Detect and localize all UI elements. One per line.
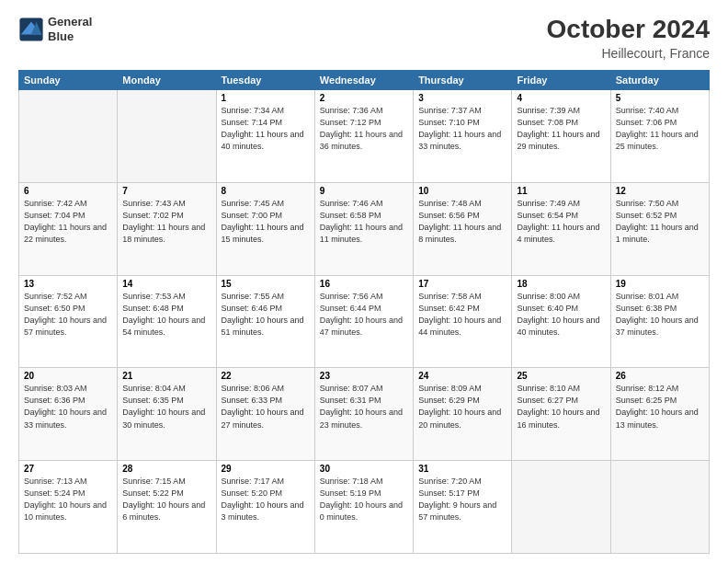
header-monday: Monday [118,71,216,90]
day-number: 25 [517,371,605,381]
day-cell: 5Sunrise: 7:40 AMSunset: 7:06 PMDaylight… [610,90,709,183]
week-row-3: 13Sunrise: 7:52 AMSunset: 6:50 PMDayligh… [19,275,710,368]
day-cell [512,461,610,554]
logo-text: General Blue [48,15,92,43]
day-cell: 6Sunrise: 7:42 AMSunset: 7:04 PMDaylight… [19,182,118,275]
day-number: 15 [222,279,310,289]
day-cell: 18Sunrise: 8:00 AMSunset: 6:40 PMDayligh… [512,275,610,368]
logo: General Blue [18,15,92,43]
day-info: Sunrise: 8:10 AMSunset: 6:27 PMDaylight:… [517,383,605,431]
day-number: 14 [122,279,210,289]
day-info: Sunrise: 7:20 AMSunset: 5:17 PMDaylight:… [418,476,506,523]
day-info: Sunrise: 7:50 AMSunset: 6:52 PMDaylight:… [616,198,704,246]
day-cell: 9Sunrise: 7:46 AMSunset: 6:58 PMDaylight… [314,182,413,275]
day-number: 11 [517,186,605,196]
day-number: 10 [418,186,506,196]
header-wednesday: Wednesday [314,71,413,90]
header-tuesday: Tuesday [216,71,314,90]
header-friday: Friday [512,71,610,90]
day-cell [19,90,118,183]
day-info: Sunrise: 8:12 AMSunset: 6:25 PMDaylight:… [616,383,704,431]
day-info: Sunrise: 8:04 AMSunset: 6:35 PMDaylight:… [122,383,210,431]
day-cell: 1Sunrise: 7:34 AMSunset: 7:14 PMDaylight… [216,90,314,183]
day-info: Sunrise: 7:53 AMSunset: 6:48 PMDaylight:… [122,291,210,339]
day-number: 20 [24,371,112,381]
title-area: October 2024 Heillecourt, France [547,15,710,61]
day-cell: 23Sunrise: 8:07 AMSunset: 6:31 PMDayligh… [314,368,413,461]
day-number: 30 [320,464,408,474]
logo-icon [18,17,44,42]
day-number: 9 [320,186,408,196]
logo-line1: General [48,15,92,29]
day-number: 13 [24,279,112,289]
day-cell: 24Sunrise: 8:09 AMSunset: 6:29 PMDayligh… [414,368,512,461]
day-cell: 13Sunrise: 7:52 AMSunset: 6:50 PMDayligh… [19,275,118,368]
day-info: Sunrise: 7:49 AMSunset: 6:54 PMDaylight:… [517,198,605,246]
day-info: Sunrise: 7:43 AMSunset: 7:02 PMDaylight:… [122,198,210,246]
page: General Blue October 2024 Heillecourt, F… [0,0,728,563]
day-info: Sunrise: 7:45 AMSunset: 7:00 PMDaylight:… [222,198,310,246]
day-cell: 31Sunrise: 7:20 AMSunset: 5:17 PMDayligh… [414,461,512,554]
day-info: Sunrise: 7:48 AMSunset: 6:56 PMDaylight:… [418,198,506,246]
day-info: Sunrise: 7:55 AMSunset: 6:46 PMDaylight:… [222,291,310,339]
day-info: Sunrise: 8:07 AMSunset: 6:31 PMDaylight:… [320,383,408,431]
day-number: 5 [616,93,704,103]
calendar-header-row: SundayMondayTuesdayWednesdayThursdayFrid… [19,71,710,90]
day-number: 24 [418,371,506,381]
calendar-table: SundayMondayTuesdayWednesdayThursdayFrid… [18,70,710,554]
day-cell: 4Sunrise: 7:39 AMSunset: 7:08 PMDaylight… [512,90,610,183]
subtitle: Heillecourt, France [547,46,710,61]
day-info: Sunrise: 7:39 AMSunset: 7:08 PMDaylight:… [517,105,605,153]
main-title: October 2024 [547,15,710,44]
day-number: 19 [616,279,704,289]
day-info: Sunrise: 7:56 AMSunset: 6:44 PMDaylight:… [320,291,408,339]
day-number: 12 [616,186,704,196]
day-number: 28 [122,464,210,474]
day-cell: 25Sunrise: 8:10 AMSunset: 6:27 PMDayligh… [512,368,610,461]
day-number: 8 [222,186,310,196]
day-cell [118,90,216,183]
day-cell: 16Sunrise: 7:56 AMSunset: 6:44 PMDayligh… [314,275,413,368]
day-number: 7 [122,186,210,196]
day-cell: 8Sunrise: 7:45 AMSunset: 7:00 PMDaylight… [216,182,314,275]
day-info: Sunrise: 7:17 AMSunset: 5:20 PMDaylight:… [222,476,310,523]
day-info: Sunrise: 7:18 AMSunset: 5:19 PMDaylight:… [320,476,408,523]
week-row-1: 1Sunrise: 7:34 AMSunset: 7:14 PMDaylight… [19,90,710,183]
day-number: 16 [320,279,408,289]
day-cell: 29Sunrise: 7:17 AMSunset: 5:20 PMDayligh… [216,461,314,554]
week-row-4: 20Sunrise: 8:03 AMSunset: 6:36 PMDayligh… [19,368,710,461]
header: General Blue October 2024 Heillecourt, F… [18,15,710,61]
day-cell: 10Sunrise: 7:48 AMSunset: 6:56 PMDayligh… [414,182,512,275]
day-cell: 20Sunrise: 8:03 AMSunset: 6:36 PMDayligh… [19,368,118,461]
day-cell: 21Sunrise: 8:04 AMSunset: 6:35 PMDayligh… [118,368,216,461]
header-saturday: Saturday [610,71,709,90]
day-cell: 27Sunrise: 7:13 AMSunset: 5:24 PMDayligh… [19,461,118,554]
day-info: Sunrise: 8:09 AMSunset: 6:29 PMDaylight:… [418,383,506,431]
day-number: 31 [418,464,506,474]
day-info: Sunrise: 7:37 AMSunset: 7:10 PMDaylight:… [418,105,506,153]
day-number: 2 [320,93,408,103]
day-info: Sunrise: 7:46 AMSunset: 6:58 PMDaylight:… [320,198,408,246]
day-cell: 14Sunrise: 7:53 AMSunset: 6:48 PMDayligh… [118,275,216,368]
day-info: Sunrise: 8:06 AMSunset: 6:33 PMDaylight:… [222,383,310,431]
day-cell [610,461,709,554]
day-number: 26 [616,371,704,381]
day-info: Sunrise: 7:34 AMSunset: 7:14 PMDaylight:… [222,105,310,153]
day-info: Sunrise: 7:58 AMSunset: 6:42 PMDaylight:… [418,291,506,339]
week-row-5: 27Sunrise: 7:13 AMSunset: 5:24 PMDayligh… [19,461,710,554]
day-cell: 11Sunrise: 7:49 AMSunset: 6:54 PMDayligh… [512,182,610,275]
week-row-2: 6Sunrise: 7:42 AMSunset: 7:04 PMDaylight… [19,182,710,275]
day-cell: 15Sunrise: 7:55 AMSunset: 6:46 PMDayligh… [216,275,314,368]
day-info: Sunrise: 8:03 AMSunset: 6:36 PMDaylight:… [24,383,112,431]
day-number: 4 [517,93,605,103]
day-number: 1 [222,93,310,103]
day-number: 3 [418,93,506,103]
day-info: Sunrise: 7:15 AMSunset: 5:22 PMDaylight:… [122,476,210,523]
header-sunday: Sunday [19,71,118,90]
day-info: Sunrise: 8:00 AMSunset: 6:40 PMDaylight:… [517,291,605,339]
day-number: 21 [122,371,210,381]
day-cell: 7Sunrise: 7:43 AMSunset: 7:02 PMDaylight… [118,182,216,275]
day-number: 27 [24,464,112,474]
day-info: Sunrise: 7:42 AMSunset: 7:04 PMDaylight:… [24,198,112,246]
logo-line2: Blue [48,29,92,44]
